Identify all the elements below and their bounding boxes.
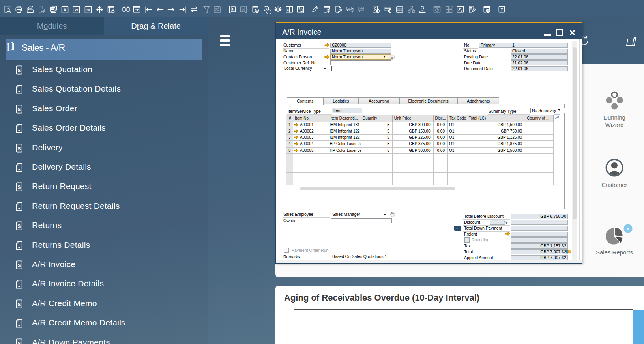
svg-text:$: $ — [18, 145, 21, 151]
svg-text:W: W — [75, 8, 79, 12]
svg-text:?: ? — [500, 7, 503, 12]
svg-text:$: $ — [18, 301, 21, 307]
svg-text:$: $ — [287, 7, 289, 11]
svg-text:$: $ — [265, 7, 267, 10]
svg-text:$: $ — [18, 223, 21, 229]
svg-text:$: $ — [18, 340, 21, 344]
svg-text:$: $ — [18, 184, 21, 190]
svg-text:$: $ — [256, 9, 258, 12]
svg-text:$: $ — [18, 67, 21, 73]
svg-text:X: X — [64, 7, 66, 12]
svg-text:PDF: PDF — [86, 9, 91, 11]
svg-text:$: $ — [18, 106, 21, 112]
svg-text:$: $ — [461, 9, 462, 12]
svg-text:$: $ — [299, 6, 300, 10]
svg-text:$: $ — [18, 262, 21, 268]
